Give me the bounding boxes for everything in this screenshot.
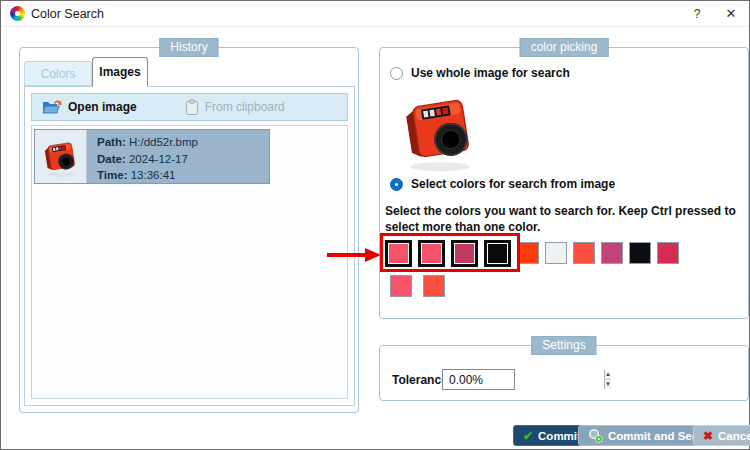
color-swatch[interactable] — [423, 275, 445, 297]
color-swatch[interactable] — [390, 275, 412, 297]
tab-images[interactable]: Images — [92, 57, 148, 87]
color-swatch[interactable] — [601, 242, 623, 264]
color-swatch[interactable] — [517, 242, 539, 264]
spin-up-icon[interactable]: ▲ — [605, 370, 611, 380]
settings-group: Settings Tolerance: ▲ ▼ — [379, 345, 749, 401]
device-thumbnail-image — [39, 135, 83, 179]
tolerance-spinner: ▲ ▼ — [442, 369, 515, 390]
swatch-row-2 — [390, 274, 445, 298]
from-clipboard-button[interactable]: From clipboard — [175, 95, 295, 119]
path-label: Path: — [97, 136, 126, 148]
tolerance-input[interactable] — [443, 370, 604, 389]
radio-select-colors-icon[interactable] — [390, 178, 403, 191]
radio-select-colors[interactable]: Select colors for search from image — [390, 177, 615, 191]
date-label: Date: — [97, 153, 126, 165]
color-picking-group-label: color picking — [520, 38, 609, 57]
history-list[interactable]: Path: H:/dd52r.bmp Date: 2024-12-17 Time… — [31, 125, 348, 399]
commit-button-label: Commit — [538, 430, 581, 442]
radio-whole-image-label: Use whole image for search — [411, 66, 570, 80]
help-button[interactable]: ? — [685, 3, 709, 25]
history-group-label: History — [159, 38, 218, 57]
color-wheel-icon — [10, 6, 25, 21]
search-commit-icon — [588, 428, 603, 443]
color-swatch[interactable] — [545, 242, 567, 264]
title-bar: Color Search ? ✕ — [1, 1, 749, 27]
source-image-preview[interactable] — [394, 84, 486, 176]
date-value: 2024-12-17 — [129, 153, 188, 165]
history-item-details: Path: H:/dd52r.bmp Date: 2024-12-17 Time… — [87, 130, 198, 183]
window-title: Color Search — [31, 7, 104, 21]
radio-select-colors-label: Select colors for search from image — [411, 177, 615, 191]
color-swatch[interactable] — [451, 240, 478, 267]
annotation-arrow-icon — [327, 246, 385, 264]
history-thumbnail — [35, 130, 87, 183]
open-image-label: Open image — [68, 100, 137, 114]
color-swatch[interactable] — [657, 242, 679, 264]
color-swatch[interactable] — [629, 242, 651, 264]
color-swatch[interactable] — [484, 240, 511, 267]
cancel-button-label: Cancel — [718, 430, 750, 442]
color-search-dialog: Color Search ? ✕ History Colors Images O… — [0, 0, 750, 450]
color-select-instruction: Select the colors you want to search for… — [385, 203, 743, 235]
settings-group-label: Settings — [531, 336, 596, 355]
cancel-x-icon: ✖ — [703, 429, 713, 443]
check-icon: ✔ — [523, 429, 533, 443]
history-list-item[interactable]: Path: H:/dd52r.bmp Date: 2024-12-17 Time… — [34, 129, 270, 184]
open-folder-icon — [42, 99, 62, 115]
cancel-button[interactable]: ✖ Cancel — [693, 425, 750, 446]
swatch-row-1 — [385, 238, 679, 268]
color-swatch[interactable] — [418, 240, 445, 267]
time-label: Time: — [97, 169, 127, 181]
history-toolbar: Open image From clipboard — [31, 93, 348, 121]
time-value: 13:36:41 — [131, 169, 176, 181]
spin-down-icon[interactable]: ▼ — [605, 380, 611, 389]
clipboard-icon — [185, 99, 199, 115]
color-swatch[interactable] — [385, 240, 412, 267]
radio-whole-image-icon[interactable] — [390, 67, 403, 80]
tab-colors[interactable]: Colors — [24, 61, 92, 86]
open-image-button[interactable]: Open image — [32, 95, 147, 119]
images-tab-pane: Open image From clipboard Path: H — [24, 86, 355, 406]
close-button[interactable]: ✕ — [719, 3, 743, 25]
color-swatch[interactable] — [573, 242, 595, 264]
tolerance-spin-buttons: ▲ ▼ — [604, 370, 611, 389]
history-group: History Colors Images Open image — [19, 47, 359, 413]
radio-whole-image[interactable]: Use whole image for search — [390, 66, 570, 80]
from-clipboard-label: From clipboard — [205, 100, 285, 114]
path-value: H:/dd52r.bmp — [129, 136, 198, 148]
